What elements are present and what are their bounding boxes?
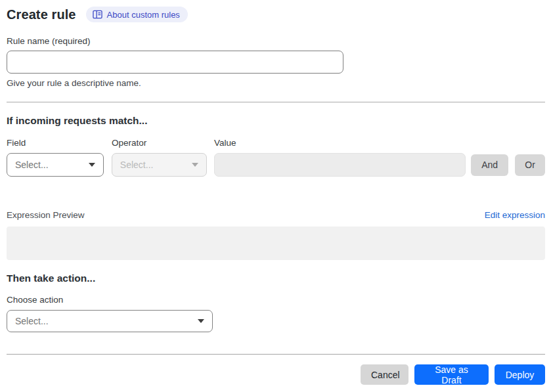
about-custom-rules-badge[interactable]: About custom rules	[86, 7, 188, 22]
expression-row: Expression Preview Edit expression	[7, 210, 545, 220]
field-select[interactable]: Select...	[7, 153, 104, 177]
chevron-down-icon	[192, 163, 198, 167]
value-input[interactable]	[214, 153, 466, 177]
value-label: Value	[214, 138, 236, 148]
cancel-button[interactable]: Cancel	[361, 364, 408, 385]
field-select-value: Select...	[15, 160, 49, 170]
deploy-button[interactable]: Deploy	[495, 364, 545, 385]
match-controls-row: Select... Select... And Or	[7, 153, 545, 177]
about-custom-rules-label: About custom rules	[107, 11, 180, 19]
edit-expression-link[interactable]: Edit expression	[485, 210, 545, 220]
or-button[interactable]: Or	[515, 154, 545, 176]
field-label: Field	[7, 138, 112, 148]
book-icon	[93, 10, 102, 19]
section-divider	[7, 102, 545, 102]
choose-action-label: Choose action	[7, 295, 545, 305]
choose-action-value: Select...	[15, 316, 49, 326]
chevron-down-icon	[89, 163, 95, 167]
footer: Cancel Save as Draft Deploy	[7, 364, 545, 385]
expression-preview-label: Expression Preview	[7, 210, 85, 220]
chevron-down-icon	[198, 319, 204, 323]
action-section-heading: Then take action...	[7, 272, 545, 284]
header: Create rule About custom rules	[7, 7, 545, 22]
operator-select[interactable]: Select...	[112, 153, 207, 177]
page-title: Create rule	[7, 7, 76, 22]
operator-select-value: Select...	[120, 160, 154, 170]
rule-name-input[interactable]	[7, 51, 343, 74]
choose-action-select[interactable]: Select...	[7, 310, 213, 332]
save-as-draft-button[interactable]: Save as Draft	[414, 364, 489, 385]
expression-preview-box	[7, 227, 545, 260]
footer-divider	[7, 354, 545, 355]
match-labels-row: Field Operator Value	[7, 138, 545, 148]
match-section-heading: If incoming requests match...	[7, 115, 545, 127]
rule-name-helper: Give your rule a descriptive name.	[7, 78, 545, 88]
create-rule-form: Create rule About custom rules Rule name…	[0, 0, 551, 385]
and-button[interactable]: And	[471, 154, 508, 176]
operator-label: Operator	[112, 138, 214, 148]
rule-name-label: Rule name (required)	[7, 36, 545, 46]
